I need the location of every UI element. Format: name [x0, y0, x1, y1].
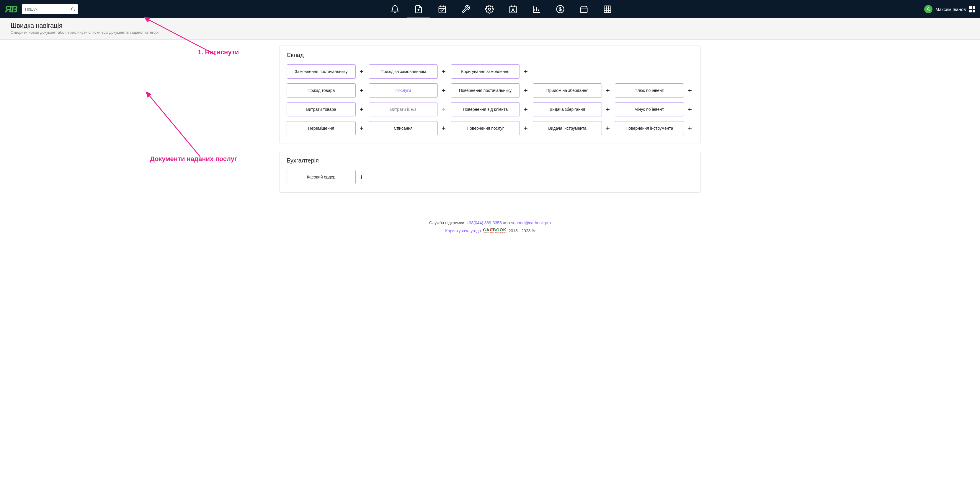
- button-pair: Прийом на зберігання+: [533, 83, 611, 97]
- doc-button[interactable]: Повернення постачальнику: [451, 83, 520, 97]
- plus-icon[interactable]: +: [358, 173, 365, 181]
- store-icon[interactable]: [579, 5, 588, 14]
- svg-line-1: [74, 10, 75, 11]
- table-icon[interactable]: [603, 5, 612, 14]
- doc-button[interactable]: Витрати товара: [286, 102, 356, 117]
- svg-rect-9: [509, 6, 516, 13]
- button-pair: [615, 170, 694, 184]
- button-pair: Видача інструмента+: [533, 121, 611, 135]
- doc-button[interactable]: Прийом на зберігання: [533, 83, 602, 97]
- button-pair: Прихід товара+: [286, 83, 365, 97]
- panel-title: Склад: [286, 52, 694, 59]
- button-pair: Повернення постачальнику+: [451, 83, 529, 97]
- plus-icon[interactable]: +: [358, 125, 365, 132]
- support-phone[interactable]: +38(044) 389-3355: [466, 220, 502, 225]
- doc-button[interactable]: Видача інструмента: [533, 121, 602, 135]
- plus-icon[interactable]: +: [522, 87, 529, 94]
- plus-icon[interactable]: +: [358, 68, 365, 75]
- plus-icon[interactable]: +: [522, 106, 529, 113]
- footer: Служба підтримки: +38(044) 389-3355 або …: [0, 212, 980, 242]
- panel-title: Бухгалтерія: [286, 157, 694, 164]
- footer-or: або: [503, 220, 510, 225]
- plus-icon[interactable]: +: [358, 106, 365, 113]
- doc-button[interactable]: Повернення послуг: [451, 121, 520, 135]
- plus-icon[interactable]: +: [522, 125, 529, 132]
- plus-icon[interactable]: +: [440, 87, 447, 94]
- svg-point-24: [928, 8, 929, 9]
- doc-button[interactable]: Повернення від клієнта: [451, 102, 520, 117]
- doc-button[interactable]: Списання: [369, 121, 438, 135]
- button-pair: [451, 170, 529, 184]
- button-pair: [533, 170, 611, 184]
- doc-button[interactable]: Послуги: [369, 83, 438, 97]
- doc-button[interactable]: Мінус по інвент.: [615, 102, 684, 117]
- search-input[interactable]: [25, 7, 70, 11]
- button-pair: Коригування замовлення+: [451, 64, 529, 78]
- annotation-arrow-2: [144, 92, 203, 160]
- button-grid: Касовий ордер+: [286, 170, 694, 184]
- button-pair: Повернення послуг+: [451, 121, 529, 135]
- doc-button[interactable]: Переміщення: [286, 121, 356, 135]
- button-pair: Мінус по інвент.+: [615, 102, 694, 117]
- svg-point-8: [488, 8, 491, 10]
- panel-склад: СкладЗамовлення постачальнику+Прихід за …: [279, 45, 701, 144]
- page-title: Швидка навігація: [11, 22, 969, 30]
- plus-icon[interactable]: +: [686, 106, 694, 113]
- doc-button[interactable]: Прихід за замовленням: [369, 64, 438, 78]
- user-area[interactable]: Максим Іванов: [924, 5, 975, 13]
- button-pair: Списання+: [369, 121, 447, 135]
- plus-icon[interactable]: +: [440, 68, 447, 75]
- doc-button[interactable]: Витрати із н/з: [369, 102, 438, 117]
- topbar: ЯВ Максим Іванов: [0, 0, 980, 18]
- button-pair: Послуги+: [369, 83, 447, 97]
- search-box[interactable]: [22, 4, 78, 14]
- calendar-check-icon[interactable]: [438, 5, 447, 14]
- svg-rect-19: [604, 6, 611, 13]
- username: Максим Іванов: [935, 7, 966, 12]
- button-pair: Прихід за замовленням+: [369, 64, 447, 78]
- doc-button[interactable]: Повернення інструмента: [615, 121, 684, 135]
- button-pair: Касовий ордер+: [286, 170, 365, 184]
- plus-icon[interactable]: +: [686, 125, 694, 132]
- support-label: Служба підтримки:: [429, 220, 466, 225]
- plus-icon[interactable]: +: [358, 87, 365, 94]
- button-pair: [615, 64, 694, 78]
- plus-icon[interactable]: +: [604, 87, 611, 94]
- plus-icon[interactable]: +: [604, 125, 611, 132]
- bell-icon[interactable]: [391, 5, 399, 14]
- plus-icon[interactable]: +: [440, 125, 447, 132]
- doc-button[interactable]: Прихід товара: [286, 83, 356, 97]
- button-pair: [533, 64, 611, 78]
- annotation-services-text: Документи наданих послуг: [150, 155, 237, 163]
- plus-icon: +: [440, 106, 447, 113]
- logo[interactable]: ЯВ: [5, 4, 17, 15]
- button-pair: Повернення від клієнта+: [451, 102, 529, 117]
- copyright-years: 2015 - 2023 ®: [509, 228, 535, 233]
- nav-icons: [83, 5, 920, 14]
- chart-icon[interactable]: [532, 5, 541, 14]
- content: СкладЗамовлення постачальнику+Прихід за …: [269, 40, 711, 212]
- calendar-user-icon[interactable]: [509, 5, 517, 14]
- doc-button[interactable]: Плюс по інвент.: [615, 83, 684, 97]
- support-email[interactable]: support@carbook.pro: [511, 220, 551, 225]
- panel-бухгалтерія: БухгалтеріяКасовий ордер+: [279, 151, 701, 193]
- apps-grid-icon[interactable]: [969, 6, 975, 13]
- user-agreement-link[interactable]: Користувача угода: [445, 228, 481, 233]
- page-subtitle: Створити новий документ або переглянути …: [11, 30, 969, 35]
- doc-button[interactable]: Замовлення постачальнику: [286, 64, 356, 78]
- button-pair: Витрати із н/з+: [369, 102, 447, 117]
- plus-icon[interactable]: +: [522, 68, 529, 75]
- dollar-icon[interactable]: [556, 5, 565, 14]
- document-add-icon[interactable]: [414, 5, 423, 14]
- plus-icon[interactable]: +: [604, 106, 611, 113]
- gear-icon[interactable]: [485, 5, 494, 14]
- doc-button[interactable]: Видача зберігання: [533, 102, 602, 117]
- plus-icon[interactable]: +: [686, 87, 694, 94]
- search-icon: [71, 7, 75, 11]
- doc-button[interactable]: Коригування замовлення: [451, 64, 520, 78]
- wrench-icon[interactable]: [461, 5, 470, 14]
- button-pair: Витрати товара+: [286, 102, 365, 117]
- doc-button[interactable]: Касовий ордер: [286, 170, 356, 184]
- button-pair: Повернення інструмента+: [615, 121, 694, 135]
- button-pair: Замовлення постачальнику+: [286, 64, 365, 78]
